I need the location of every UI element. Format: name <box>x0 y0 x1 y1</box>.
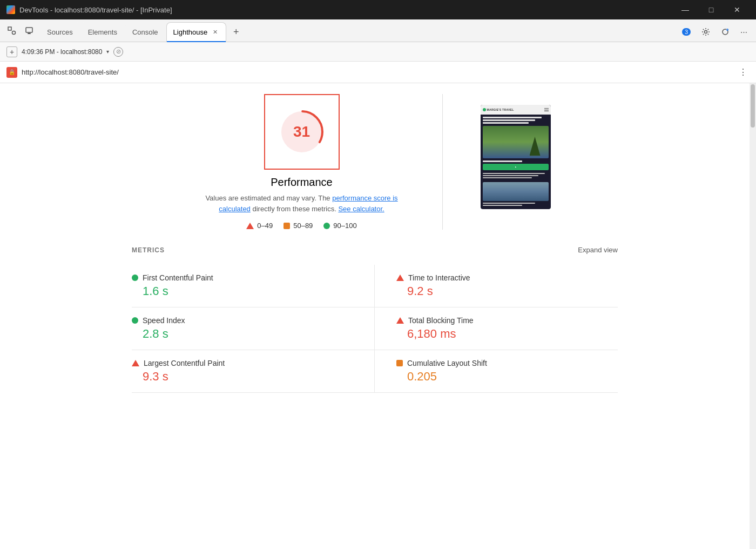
app-icon <box>6 5 15 14</box>
add-tab-button[interactable]: + <box>228 24 244 39</box>
tbt-name: Total Blocking Time <box>408 316 474 325</box>
screenshot-content: ▶ <box>481 115 551 209</box>
tti-name: Time to Interactive <box>408 273 470 282</box>
tab-right-icons: 3 ♻ ⋯ <box>678 24 752 42</box>
settings-button[interactable] <box>697 24 714 39</box>
screenshot-second-image <box>483 182 549 201</box>
score-number: 31 <box>293 123 310 140</box>
tbt-indicator <box>396 317 404 324</box>
notifications-button[interactable]: 3 <box>678 24 695 39</box>
metric-cls: Cumulative Layout Shift 0.205 <box>375 350 618 393</box>
logo-dot <box>483 108 486 111</box>
content-area: 31 Performance Values are estimated and … <box>0 83 750 549</box>
cls-indicator <box>396 360 403 366</box>
metric-lcp: Largest Contentful Paint 9.3 s <box>132 350 375 393</box>
tab-lighthouse[interactable]: Lighthouse ✕ <box>166 22 227 42</box>
tab-elements-label: Elements <box>88 28 117 36</box>
expand-view-button[interactable]: Expand view <box>578 246 618 254</box>
legend-bad: 0–49 <box>246 222 273 230</box>
screenshot-main-image <box>483 126 549 158</box>
average-range: 50–89 <box>293 222 313 230</box>
tab-lighthouse-label: Lighthouse <box>173 28 208 36</box>
metric-fcp-header: First Contentful Paint <box>132 273 353 282</box>
timestamp-url: 4:09:36 PM - localhost:8080 <box>22 48 102 56</box>
calculator-link[interactable]: See calculator. <box>338 205 384 213</box>
si-indicator <box>132 317 138 324</box>
legend-average: 50–89 <box>284 222 313 230</box>
dropdown-arrow[interactable]: ▾ <box>106 49 109 55</box>
lcp-indicator <box>132 360 139 366</box>
tbt-value: 6,180 ms <box>407 327 618 341</box>
bad-indicator <box>246 223 254 229</box>
cls-value: 0.205 <box>407 370 618 384</box>
average-indicator <box>284 223 290 229</box>
score-section: 31 Performance Values are estimated and … <box>22 94 728 230</box>
notification-badge: 3 <box>682 28 691 36</box>
inspect-icon[interactable] <box>4 23 19 38</box>
svg-point-4 <box>705 31 707 34</box>
url-bar: 🔒 http://localhost:8080/travel-site/ ⋮ <box>0 62 756 83</box>
bad-range: 0–49 <box>257 222 273 230</box>
tab-console[interactable]: Console <box>125 22 165 42</box>
metric-tti: Time to Interactive 9.2 s <box>375 265 618 307</box>
window-controls: — □ ✕ <box>673 0 750 19</box>
more-options-button[interactable]: ⋯ <box>736 24 752 39</box>
metrics-title: METRICS <box>132 246 165 254</box>
add-panel-button[interactable]: + <box>6 46 17 57</box>
lcp-name: Largest Contentful Paint <box>144 359 225 367</box>
metric-fcp: First Contentful Paint 1.6 s <box>132 265 375 307</box>
performance-score-box: 31 <box>264 94 340 170</box>
si-value: 2.8 s <box>143 327 353 341</box>
tab-sources[interactable]: Sources <box>40 22 80 42</box>
metrics-header: METRICS Expand view <box>132 246 618 254</box>
favicon: 🔒 <box>6 67 17 78</box>
close-button[interactable]: ✕ <box>725 0 750 19</box>
section-divider <box>442 94 443 230</box>
svg-point-1 <box>12 31 16 35</box>
tab-sources-label: Sources <box>47 28 73 36</box>
main-content: 31 Performance Values are estimated and … <box>0 83 756 549</box>
metric-cls-header: Cumulative Layout Shift <box>396 359 618 367</box>
tti-value: 9.2 s <box>407 284 618 298</box>
screenshot-logo: MARGIE'S TRAVEL <box>483 108 514 111</box>
screenshot-text-block <box>483 172 549 180</box>
score-circle: 31 <box>278 108 326 156</box>
fcp-name: First Contentful Paint <box>143 273 213 282</box>
description-static: Values are estimated and may vary. The <box>205 194 332 202</box>
tab-console-label: Console <box>132 28 158 36</box>
screenshot-cta-text: ▶ <box>515 166 516 168</box>
metric-tbt-header: Total Blocking Time <box>396 316 618 325</box>
url-more-button[interactable]: ⋮ <box>737 66 750 79</box>
tti-indicator <box>396 274 404 281</box>
metric-si: Speed Index 2.8 s <box>132 307 375 350</box>
scrollbar-thumb[interactable] <box>751 84 755 128</box>
scrollbar[interactable] <box>750 83 756 549</box>
screenshot-cta-bar: ▶ <box>483 164 549 170</box>
device-icon[interactable] <box>22 23 37 38</box>
screenshot-site-name: MARGIE'S TRAVEL <box>487 108 514 111</box>
fcp-indicator <box>132 274 138 281</box>
fcp-value: 1.6 s <box>143 284 353 298</box>
metric-lcp-header: Largest Contentful Paint <box>132 359 353 367</box>
score-legend: 0–49 50–89 90–100 <box>246 222 356 230</box>
minimize-button[interactable]: — <box>673 0 698 19</box>
tab-close-icon[interactable]: ✕ <box>211 28 219 37</box>
maximize-button[interactable]: □ <box>699 0 724 19</box>
tab-bar: Sources Elements Console Lighthouse ✕ + … <box>0 19 756 42</box>
si-name: Speed Index <box>143 316 185 325</box>
stop-button[interactable]: ⊘ <box>113 47 123 57</box>
svg-text:♻: ♻ <box>726 29 728 31</box>
metrics-section: METRICS Expand view First Contentful Pai… <box>132 246 618 393</box>
score-description: Values are estimated and may vary. The p… <box>199 193 404 214</box>
lcp-value: 9.3 s <box>143 370 353 384</box>
score-label: Performance <box>271 176 333 189</box>
tab-elements[interactable]: Elements <box>81 22 124 42</box>
sync-button[interactable]: ♻ <box>717 24 734 39</box>
url-text: http://localhost:8080/travel-site/ <box>22 68 732 76</box>
description-mid: directly from these metrics. <box>251 205 339 213</box>
svg-rect-3 <box>28 33 31 34</box>
good-range: 90–100 <box>333 222 356 230</box>
svg-rect-0 <box>8 27 11 30</box>
cls-name: Cumulative Layout Shift <box>407 359 487 367</box>
svg-rect-2 <box>26 28 32 32</box>
